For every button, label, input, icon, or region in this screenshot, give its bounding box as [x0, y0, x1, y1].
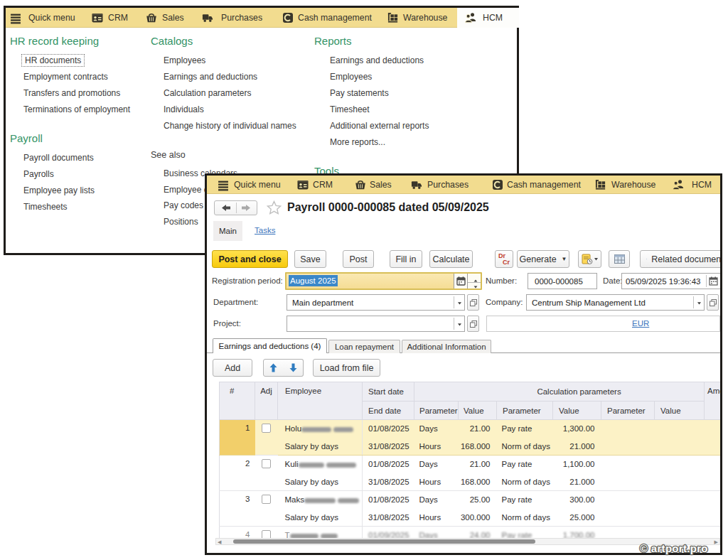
svg-text:© artport.pro: © artport.pro — [640, 542, 708, 554]
